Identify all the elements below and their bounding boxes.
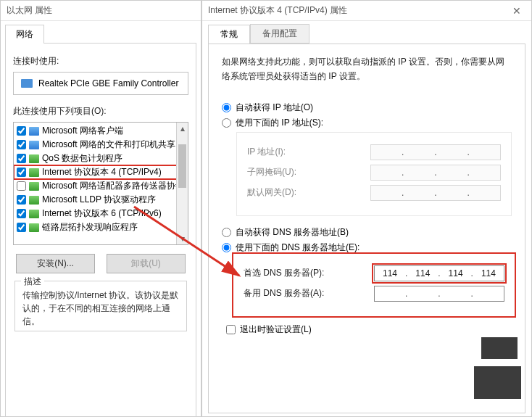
tab-row-right: 常规 备用配置 (208, 24, 531, 44)
help-text: 如果网络支持此功能，则可以获取自动指派的 IP 设置。否则，你需要从网络系统管理… (222, 54, 512, 84)
ip-fields-group: IP 地址(I): ... 子网掩码(U): ... 默认网关(D): ... (236, 132, 512, 216)
description-text: 传输控制协议/Internet 协议。该协议是默认的，于在不同的相互连接的网络上… (22, 289, 179, 328)
protocol-icon (29, 141, 39, 149)
network-adapter-icon (21, 79, 33, 88)
uninstall-button[interactable]: 卸载(U) (107, 254, 186, 273)
list-item[interactable]: Internet 协议版本 6 (TCP/IPv6) (14, 207, 188, 220)
watermark-graphic (474, 337, 525, 402)
button-row: 安装(N)... 卸载(U) (16, 254, 186, 273)
ip-address-input: ... (370, 144, 501, 160)
validate-label: 退出时验证设置(L) (240, 323, 312, 336)
validate-row[interactable]: 退出时验证设置(L) (226, 323, 512, 336)
item-checkbox[interactable] (17, 209, 26, 218)
item-label: Internet 协议版本 4 (TCP/IPv4) (42, 166, 162, 178)
item-label: Internet 协议版本 6 (TCP/IPv6) (42, 207, 162, 220)
use-ip-radio[interactable] (222, 118, 231, 128)
item-checkbox[interactable] (17, 195, 26, 205)
list-item[interactable]: Microsoft 网络适配器多路传送器协议 (14, 179, 188, 193)
protocol-icon (29, 182, 39, 191)
window-title: Internet 协议版本 4 (TCP/IPv4) 属性 (208, 4, 347, 17)
tab-body-left: 连接时使用: Realtek PCIe GBE Family Controlle… (5, 43, 196, 417)
list-item[interactable]: Internet 协议版本 4 (TCP/IPv4) (14, 165, 188, 179)
auto-dns-radio-row[interactable]: 自动获得 DNS 服务器地址(B) (222, 226, 512, 239)
item-checkbox[interactable] (17, 223, 26, 232)
item-label: QoS 数据包计划程序 (42, 152, 122, 165)
item-label: Microsoft 网络适配器多路传送器协议 (42, 180, 184, 192)
item-checkbox[interactable] (17, 126, 26, 136)
window-title: 以太网 属性 (7, 4, 52, 17)
protocol-icon (29, 168, 39, 177)
close-icon[interactable]: ✕ (508, 5, 525, 17)
auto-ip-radio-row[interactable]: 自动获得 IP 地址(O) (222, 102, 512, 114)
protocol-icon (29, 210, 39, 218)
scroll-down-icon[interactable]: ▾ (177, 233, 188, 244)
pref-dns-label: 首选 DNS 服务器(P): (244, 267, 324, 279)
tab-network[interactable]: 网络 (5, 25, 44, 44)
scroll-thumb[interactable] (178, 144, 186, 188)
list-item[interactable]: 链路层拓扑发现响应程序 (14, 220, 188, 234)
item-label: 链路层拓扑发现响应程序 (42, 221, 138, 234)
auto-ip-radio[interactable] (222, 103, 231, 112)
list-item[interactable]: Microsoft LLDP 协议驱动程序 (14, 193, 188, 207)
item-checkbox[interactable] (17, 181, 26, 191)
auto-dns-label: 自动获得 DNS 服务器地址(B) (236, 226, 349, 239)
validate-checkbox[interactable] (226, 325, 236, 334)
install-button[interactable]: 安装(N)... (16, 254, 95, 273)
item-label: Microsoft 网络客户端 (42, 125, 123, 137)
titlebar-right[interactable]: Internet 协议版本 4 (TCP/IPv4) 属性 ✕ (202, 1, 531, 21)
item-checkbox[interactable] (17, 140, 26, 149)
tab-alternate[interactable]: 备用配置 (250, 24, 309, 44)
pref-dns-input[interactable]: 114. 114. 114. 114 (374, 265, 504, 281)
auto-dns-radio[interactable] (222, 228, 231, 237)
list-item[interactable]: QoS 数据包计划程序 (14, 152, 188, 165)
description-group: 描述 传输控制协议/Internet 协议。该协议是默认的，于在不同的相互连接的… (14, 281, 187, 331)
item-label: Microsoft 网络的文件和打印机共享 (42, 139, 175, 151)
titlebar-left[interactable]: 以太网 属性 (1, 1, 201, 21)
components-listbox[interactable]: Microsoft 网络客户端Microsoft 网络的文件和打印机共享QoS … (13, 122, 188, 245)
use-ip-radio-row[interactable]: 使用下面的 IP 地址(S): (222, 117, 512, 129)
item-label: Microsoft LLDP 协议驱动程序 (42, 194, 156, 206)
use-ip-label: 使用下面的 IP 地址(S): (236, 117, 323, 129)
protocol-icon (29, 127, 39, 136)
protocol-icon (29, 154, 39, 163)
description-title: 描述 (21, 276, 44, 288)
alt-dns-label: 备用 DNS 服务器(A): (244, 287, 324, 300)
list-item[interactable]: Microsoft 网络客户端 (14, 124, 188, 138)
dns-fields-group: 首选 DNS 服务器(P): 114. 114. 114. 114 备用 DNS… (236, 257, 512, 313)
tab-general[interactable]: 常规 (208, 25, 250, 44)
item-checkbox[interactable] (17, 154, 26, 163)
subnet-mask-label: 子网掩码(U): (247, 166, 296, 178)
ip-address-label: IP 地址(I): (247, 146, 286, 158)
gateway-input: ... (370, 185, 501, 201)
alt-dns-input[interactable]: ... (374, 286, 504, 302)
list-item[interactable]: Microsoft 网络的文件和打印机共享 (14, 138, 188, 152)
auto-ip-label: 自动获得 IP 地址(O) (236, 102, 313, 114)
protocol-icon (29, 196, 39, 205)
adapter-name: Realtek PCIe GBE Family Controller (38, 78, 178, 88)
connect-using-label: 连接时使用: (13, 55, 188, 67)
tab-row-left: 网络 (5, 24, 201, 43)
use-dns-radio-row[interactable]: 使用下面的 DNS 服务器地址(E): (222, 241, 512, 254)
subnet-mask-input: ... (370, 165, 501, 181)
use-dns-radio[interactable] (222, 243, 231, 252)
scroll-up-icon[interactable]: ▴ (177, 123, 188, 134)
item-checkbox[interactable] (17, 168, 26, 177)
items-label: 此连接使用下列项目(O): (13, 105, 188, 117)
protocol-icon (29, 223, 39, 232)
adapter-box[interactable]: Realtek PCIe GBE Family Controller (13, 72, 188, 95)
gateway-label: 默认网关(D): (247, 186, 296, 199)
use-dns-label: 使用下面的 DNS 服务器地址(E): (236, 241, 359, 254)
scrollbar[interactable]: ▴ ▾ (176, 123, 188, 244)
ethernet-properties-dialog: 以太网 属性 网络 连接时使用: Realtek PCIe GBE Family… (0, 0, 201, 417)
